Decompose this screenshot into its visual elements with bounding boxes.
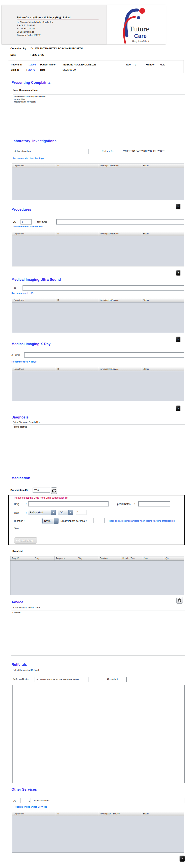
consultant-label: Consultant [107,678,118,680]
xray-col-service: Investigation/Service [98,367,141,371]
logo-heart-icon: ♥ [137,35,139,38]
plus-circle-icon: + [16,539,20,542]
recommended-other-services-link[interactable]: Recommended Other Services [14,806,47,808]
referred-by-value: VALENTINA PATSY ROSY SHIRLEY SETH [123,150,166,152]
delete-lab-button[interactable]: ↺ [176,204,181,210]
drug-list-label: Drug List [12,550,23,552]
recommended-uss-link[interactable]: Recommended USS [11,292,33,294]
referral-list-box[interactable] [12,685,185,783]
lab-col-id: ID [55,164,98,168]
logo-red-dot [139,8,145,14]
uss-label: USS : [13,287,18,289]
procedures-input[interactable] [56,219,184,224]
patient-id-label: Patient ID [11,63,22,66]
section-title-ultrasound: Medical Imaging Ultra Sound [11,278,61,282]
uss-table-header: Department ID Investigation/Service Stat… [12,298,184,303]
drug-input[interactable] [28,501,109,506]
age-colon: : [133,63,134,66]
trash-icon [178,598,181,602]
proc-col-department: Department [12,232,55,236]
other-qty-input[interactable] [21,798,31,803]
consulted-by-colon: : [28,47,29,50]
trash-icon: ↺ [181,858,183,860]
duration-unit-select[interactable]: Day/s [42,518,59,524]
logo-word-care: Care [134,33,147,39]
duration-input[interactable] [28,518,41,523]
advice-textarea[interactable]: Observe [11,610,185,656]
chevron-down-icon [52,512,54,513]
age-label: Age [126,63,131,66]
company-email: E: jude@future.sc [17,31,34,33]
logo-blue-dot [137,16,140,19]
logo-word-future: Future [130,25,149,33]
procedures-qty-label: Qty : [13,220,17,223]
visit-id-colon: : [26,68,27,71]
procedures-qty-input[interactable] [21,219,32,224]
company-address: Le Chainter,Victoria,Mahe,Seychelles [17,21,53,23]
proc-col-service: Investigation/Service [98,232,141,236]
procedures-table-header: Department ID Investigation/Service Stat… [12,232,184,236]
meal-select-button[interactable] [51,510,55,515]
other-qty-label: Qty : [13,799,17,802]
add-drug-button[interactable]: + Add Drug [14,537,37,544]
drug-col-duration: Duration [98,556,121,560]
uss-table: Department ID Investigation/Service Stat… [12,298,184,333]
patient-id-colon: : [28,63,29,66]
trash-icon: ↺ [178,407,179,409]
lab-investigation-input[interactable] [43,149,89,154]
xrays-input[interactable] [24,352,184,358]
visit-date-label: Date [10,54,16,56]
duration-unit-button[interactable] [54,518,58,524]
other-col-department: Department [12,812,55,816]
referring-doctor-input[interactable] [35,677,88,682]
drug-list-table: Drug ID Drug Fequency Way Duration Durat… [10,556,184,595]
uss-input[interactable] [23,285,184,291]
special-notes-input[interactable] [138,501,170,506]
recommended-xrays-link[interactable]: Recommended X-Rays [11,361,37,363]
section-title-laboratory: Laboratory Investigations [11,139,57,143]
drug-list-header: Drug ID Drug Fequency Way Duration Durat… [10,556,184,561]
meal-select[interactable]: Before Meal [28,510,56,515]
drug-col-way: Way [77,556,98,560]
uss-col-department: Department [12,298,55,302]
lab-investigation-label: Lab Investingation : [13,150,32,152]
per-meal-input[interactable] [93,518,105,523]
drug-label: Drug [14,503,19,505]
frequency-select[interactable]: OD [58,510,73,515]
trash-icon: ↺ [178,206,179,208]
frequency-select-value: OD [58,510,68,515]
section-title-xray: Medical Imaging X-Ray [11,342,51,346]
refresh-prescription-button[interactable] [51,487,57,494]
trash-icon: ↺ [178,272,179,274]
lab-col-service: Investigation/Service [98,164,141,168]
drug-col-qty: Qty [164,556,184,560]
delete-procedures-button[interactable]: ↺ [176,270,181,276]
way-qty-input[interactable] [76,510,86,515]
gender-colon: : [158,63,158,66]
delete-uss-button[interactable]: ↺ [176,337,181,342]
company-phone-1: T: +24 82 593 593 [17,24,35,27]
other-services-input[interactable] [59,798,185,803]
add-drug-label: Add Drug [21,539,33,542]
prescription-id-input[interactable] [33,488,50,493]
proc-col-status: Status [141,232,184,236]
lab-table-header: Department ID Investigation/Service Stat… [12,164,184,168]
section-title-referrals: Refferals [11,662,27,667]
delete-xray-button[interactable]: ↺ [176,405,181,411]
delete-advice-button[interactable] [176,597,183,603]
complaints-textarea[interactable]: urine test nil clinically much better, n… [13,94,185,134]
referred-by-label: Reffered By : [102,150,115,152]
drug-col-note: Note [142,556,164,560]
delete-other-services-button[interactable]: ↺ [179,856,185,862]
uss-col-status: Status [141,298,184,302]
advice-label: Enter Doctor's Advice Here [13,607,40,609]
meal-select-value: Before Meal [28,510,51,515]
diagnosis-textarea[interactable]: acute gastritis [13,425,185,468]
section-title-medication: Medication [11,476,30,480]
frequency-select-button[interactable] [68,510,73,515]
consultant-input[interactable] [126,677,184,682]
recommended-procedures-link[interactable]: Recommended Procedures [13,225,43,228]
lab-col-department: Department [12,164,55,168]
recommended-lab-link[interactable]: Recommended Lab Testings [13,157,44,159]
xray-col-id: ID [55,367,98,371]
